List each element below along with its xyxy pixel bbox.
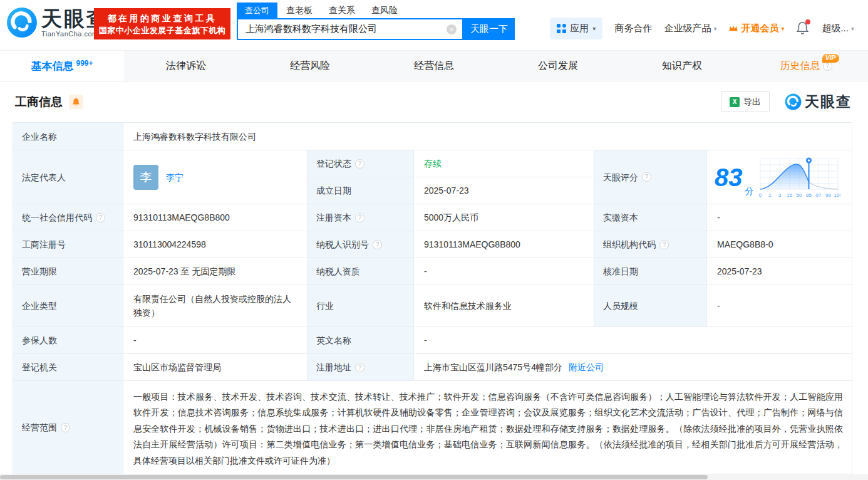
svg-text:1: 1 [768, 192, 772, 198]
vip-badge: VIP [822, 54, 839, 63]
help-icon[interactable]: ? [659, 240, 669, 249]
company-search-input[interactable] [238, 19, 462, 39]
value-legal-rep: 李 李宁 [123, 150, 307, 204]
label-business-scope: 经营范围 ? [13, 381, 123, 474]
tab-basic-info[interactable]: 基本信息 999+ [0, 51, 124, 81]
field-label: 行业 [316, 299, 334, 313]
announcement-bell-chip[interactable] [69, 95, 83, 109]
field-value: - [717, 211, 720, 224]
promo-line2: 国家中小企业发展子基金旗下机构 [99, 24, 226, 36]
search-tab-risk[interactable]: 查风险 [371, 5, 398, 16]
field-value: 软件和信息技术服务业 [424, 299, 512, 313]
tab-legal-label: 法律诉讼 [166, 60, 206, 73]
field-label: 企业名称 [22, 130, 57, 143]
help-icon[interactable]: ? [373, 240, 382, 249]
value-reg-authority: 宝山区市场监督管理局 [123, 354, 307, 381]
help-icon[interactable]: ? [61, 423, 70, 432]
svg-text:50: 50 [796, 192, 802, 198]
score-unit: 分 [745, 184, 754, 198]
label-reg-status: 登记状态 ? [307, 150, 414, 177]
svg-text:99: 99 [825, 192, 831, 198]
clear-search-icon[interactable]: × [447, 24, 457, 34]
legal-rep-link[interactable]: 李宁 [166, 170, 183, 184]
enterprise-products-link[interactable]: 企业级产品 ▾ [664, 23, 716, 34]
search-submit-button[interactable]: 天眼一下 [463, 18, 515, 40]
label-company-type: 企业类型 [13, 285, 123, 327]
field-label: 注册资本 [316, 211, 351, 224]
apps-grid-icon [557, 24, 566, 33]
label-reg-authority: 登记机关 [13, 354, 123, 381]
tab-ip-label: 知识产权 [662, 60, 702, 73]
svg-text:97: 97 [815, 192, 821, 198]
field-value: 上海市宝山区蕰川路5475号4幢部分 [424, 360, 562, 374]
field-label: 登记机关 [22, 360, 57, 374]
value-approval-date: 2025-07-23 [707, 258, 852, 285]
field-value: 2025-07-23 至 无固定期限 [133, 264, 235, 278]
help-icon[interactable]: ? [355, 363, 364, 372]
search-tab-relation[interactable]: 查关系 [329, 5, 355, 16]
tab-intellectual-property[interactable]: 知识产权 [620, 51, 744, 81]
tab-operating-info[interactable]: 经营信息 [372, 51, 496, 81]
help-icon[interactable]: ? [355, 159, 364, 169]
enterprise-products-label: 企业级产品 [664, 23, 711, 34]
value-company-type: 有限责任公司（自然人投资或控股的法人独资） [123, 285, 307, 327]
search-tab-boss[interactable]: 查老板 [286, 5, 313, 16]
nearby-companies-link[interactable]: 附近公司 [569, 360, 604, 374]
score-axis-ticks: 0 1 3 15 50 85 97 99 100 [758, 192, 840, 198]
tab-history-info[interactable]: 历史信息 ? VIP [744, 51, 868, 81]
super-vip-label: 超级... [822, 23, 849, 34]
field-value: 上海鸿睿数科数字科技有限公司 [133, 130, 256, 143]
tab-company-development-label: 公司发展 [538, 60, 578, 73]
field-label: 工商注册号 [22, 237, 66, 251]
label-credit-code: 统一社会信用代码 ? [13, 204, 123, 231]
field-value: 91310113MAEQG8B800 [424, 237, 520, 251]
value-org-code: MAEQG8B8-0 [707, 231, 852, 258]
help-icon[interactable]: ? [355, 213, 364, 222]
top-navigation: 应用 ▾ 商务合作 企业级产品 ▾ 开通会员 ▾ [550, 16, 854, 40]
open-vip-button[interactable]: 开通会员 ▾ [728, 23, 784, 34]
field-label: 统一社会信用代码 [22, 211, 92, 224]
chevron-down-icon: ▾ [851, 25, 854, 32]
apps-menu-button[interactable]: 应用 ▾ [550, 18, 602, 39]
label-taxpayer-id: 纳税人识别号 ? [307, 231, 414, 258]
field-value: 2025-07-23 [424, 184, 469, 197]
business-coop-link[interactable]: 商务合作 [614, 23, 652, 34]
svg-text:3: 3 [778, 192, 781, 198]
field-value: 310113004224598 [133, 237, 206, 251]
label-reg-number: 工商注册号 [13, 231, 123, 258]
help-icon[interactable]: ? [96, 213, 105, 222]
label-reg-address: 注册地址 ? [307, 354, 414, 381]
field-label: 组织机构代码 [603, 237, 656, 251]
promo-line1: 都在用的商业查询工具 [108, 12, 217, 24]
value-business-term: 2025-07-23 至 无固定期限 [123, 258, 307, 285]
super-vip-menu[interactable]: 超级... ▾ [822, 23, 854, 34]
tab-company-development[interactable]: 公司发展 [496, 51, 620, 81]
svg-text:15: 15 [787, 192, 792, 198]
search-tab-company[interactable]: 查公司 [237, 3, 277, 19]
section-title: 工商信息 [15, 94, 63, 110]
value-staff-size: - [707, 285, 852, 327]
value-business-scope: 一般项目：技术服务、技术开发、技术咨询、技术交流、技术转让、技术推广；软件开发；… [123, 381, 852, 474]
help-icon[interactable]: ? [642, 172, 651, 182]
value-reg-number: 310113004224598 [123, 231, 307, 258]
field-label: 经营范围 [22, 420, 57, 434]
value-company-name: 上海鸿睿数科数字科技有限公司 [123, 123, 852, 150]
horizontal-scrollbar-thumb[interactable] [0, 475, 708, 479]
top-header: 天眼查 TianYanCha.com 都在用的商业查询工具 国家中小企业发展子基… [0, 0, 868, 50]
status-badge: 存续 [424, 157, 442, 170]
field-label: 纳税人资质 [316, 264, 360, 278]
label-industry: 行业 [307, 285, 414, 327]
field-label: 注册地址 [316, 360, 351, 374]
promo-banner: 都在用的商业查询工具 国家中小企业发展子基金旗下机构 [94, 8, 230, 39]
tab-operating-risk-label: 经营风险 [290, 60, 330, 73]
notification-bell[interactable] [796, 21, 810, 36]
tab-legal-proceedings[interactable]: 法律诉讼 [124, 51, 248, 81]
label-legal-rep: 法定代表人 [13, 150, 123, 204]
label-reg-capital: 注册资本 ? [307, 204, 414, 231]
value-reg-address: 上海市宝山区蕰川路5475号4幢部分 附近公司 [414, 354, 852, 381]
label-english-name: 英文名称 [307, 327, 414, 354]
tab-operating-risk[interactable]: 经营风险 [248, 51, 372, 81]
value-english-name: - [414, 327, 852, 354]
export-button[interactable]: X 导出 [721, 91, 770, 112]
legal-rep-avatar[interactable]: 李 [133, 165, 158, 190]
